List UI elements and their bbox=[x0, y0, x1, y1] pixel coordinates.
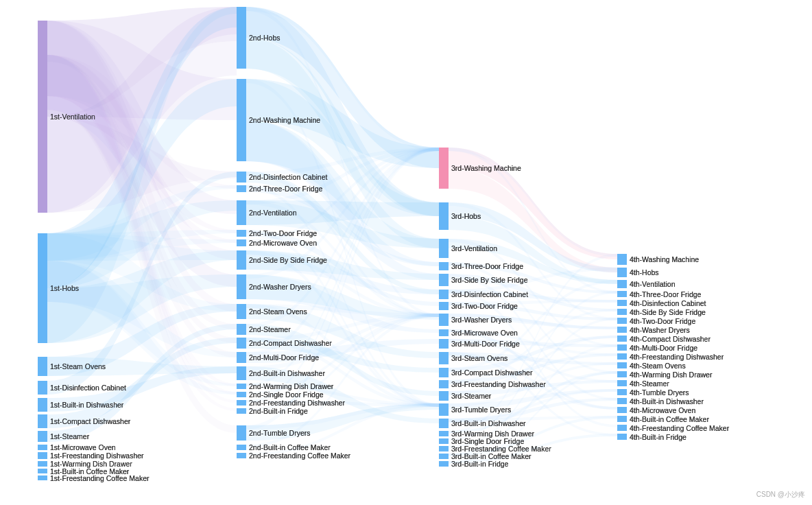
svg-rect-188 bbox=[439, 314, 449, 326]
svg-rect-165 bbox=[237, 230, 246, 237]
svg-text:3rd-Disinfection Cabinet: 3rd-Disinfection Cabinet bbox=[451, 290, 528, 298]
svg-text:4th-Steamer: 4th-Steamer bbox=[630, 379, 669, 388]
svg-rect-176 bbox=[237, 400, 246, 406]
svg-text:2nd-Multi-Door Fridge: 2nd-Multi-Door Fridge bbox=[249, 353, 319, 362]
svg-text:4th-Side By Side Fridge: 4th-Side By Side Fridge bbox=[630, 308, 706, 316]
svg-rect-161 bbox=[237, 79, 246, 161]
svg-rect-185 bbox=[439, 274, 449, 286]
svg-text:2nd-Compact Dishwasher: 2nd-Compact Dishwasher bbox=[249, 339, 332, 347]
svg-rect-206 bbox=[617, 300, 627, 306]
svg-rect-198 bbox=[439, 438, 449, 444]
svg-text:1st-Steam Ovens: 1st-Steam Ovens bbox=[50, 362, 106, 371]
svg-rect-173 bbox=[237, 366, 246, 380]
svg-rect-212 bbox=[617, 353, 627, 360]
svg-text:3rd-Washer Dryers: 3rd-Washer Dryers bbox=[451, 316, 512, 324]
svg-rect-152 bbox=[38, 398, 47, 412]
svg-rect-180 bbox=[237, 453, 246, 458]
svg-text:3rd-Built-in Dishwasher: 3rd-Built-in Dishwasher bbox=[451, 419, 526, 427]
svg-rect-217 bbox=[617, 398, 627, 404]
svg-text:1st-Freestanding Dishwasher: 1st-Freestanding Dishwasher bbox=[50, 451, 144, 460]
svg-rect-153 bbox=[38, 414, 47, 428]
svg-rect-193 bbox=[439, 380, 449, 388]
svg-rect-202 bbox=[617, 254, 627, 265]
svg-text:2nd-Ventilation: 2nd-Ventilation bbox=[249, 209, 297, 217]
svg-text:1st-Ventilation: 1st-Ventilation bbox=[50, 113, 95, 121]
svg-text:4th-Built-in Fridge: 4th-Built-in Fridge bbox=[630, 433, 686, 441]
svg-text:1st-Compact Dishwasher: 1st-Compact Dishwasher bbox=[50, 417, 131, 425]
svg-rect-167 bbox=[237, 250, 246, 270]
svg-rect-192 bbox=[439, 368, 449, 377]
svg-text:4th-Built-in Dishwasher: 4th-Built-in Dishwasher bbox=[630, 397, 704, 406]
svg-rect-157 bbox=[38, 461, 47, 467]
svg-rect-155 bbox=[38, 445, 47, 450]
svg-rect-151 bbox=[38, 381, 47, 395]
svg-text:4th-Multi-Door Fridge: 4th-Multi-Door Fridge bbox=[630, 344, 697, 352]
svg-rect-200 bbox=[439, 454, 449, 459]
svg-text:3rd-Tumble Dryers: 3rd-Tumble Dryers bbox=[451, 406, 511, 414]
svg-text:4th-Washing Machine: 4th-Washing Machine bbox=[630, 255, 699, 263]
svg-rect-163 bbox=[237, 185, 246, 192]
svg-text:3rd-Ventilation: 3rd-Ventilation bbox=[451, 244, 497, 252]
svg-rect-187 bbox=[439, 302, 449, 310]
svg-text:4th-Built-in Coffee Maker: 4th-Built-in Coffee Maker bbox=[630, 415, 709, 423]
svg-rect-168 bbox=[237, 274, 246, 299]
svg-text:3rd-Compact Dishwasher: 3rd-Compact Dishwasher bbox=[451, 368, 533, 377]
svg-text:2nd-Washing Machine: 2nd-Washing Machine bbox=[249, 116, 320, 124]
svg-text:2nd-Disinfection Cabinet: 2nd-Disinfection Cabinet bbox=[249, 173, 327, 181]
svg-rect-182 bbox=[439, 202, 449, 230]
svg-text:2nd-Built-in Fridge: 2nd-Built-in Fridge bbox=[249, 407, 308, 415]
svg-text:2nd-Microwave Oven: 2nd-Microwave Oven bbox=[249, 239, 317, 247]
svg-rect-219 bbox=[617, 416, 627, 422]
svg-text:4th-Freestanding Dishwasher: 4th-Freestanding Dishwasher bbox=[630, 353, 724, 361]
svg-text:2nd-Two-Door Fridge: 2nd-Two-Door Fridge bbox=[249, 229, 317, 237]
svg-text:2nd-Hobs: 2nd-Hobs bbox=[249, 34, 280, 42]
svg-rect-220 bbox=[617, 425, 627, 431]
svg-text:2nd-Built-in Coffee Maker: 2nd-Built-in Coffee Maker bbox=[249, 443, 331, 451]
svg-rect-160 bbox=[237, 7, 246, 69]
svg-text:4th-Steam Ovens: 4th-Steam Ovens bbox=[630, 362, 686, 370]
svg-text:2nd-Tumble Dryers: 2nd-Tumble Dryers bbox=[249, 429, 310, 437]
svg-rect-195 bbox=[439, 403, 449, 416]
svg-text:2nd-Single Door Fridge: 2nd-Single Door Fridge bbox=[249, 390, 324, 399]
svg-rect-183 bbox=[439, 239, 449, 258]
svg-text:3rd-Microwave Oven: 3rd-Microwave Oven bbox=[451, 329, 518, 337]
svg-text:3rd-Side By Side Fridge: 3rd-Side By Side Fridge bbox=[451, 276, 528, 284]
svg-text:4th-Tumble Dryers: 4th-Tumble Dryers bbox=[630, 388, 689, 397]
svg-rect-221 bbox=[617, 434, 627, 440]
svg-text:4th-Two-Door Fridge: 4th-Two-Door Fridge bbox=[630, 317, 695, 325]
svg-rect-204 bbox=[617, 280, 627, 288]
svg-text:1st-Built-in Dishwasher: 1st-Built-in Dishwasher bbox=[50, 401, 124, 409]
svg-rect-207 bbox=[617, 309, 627, 315]
sankey-svg: 1st-Ventilation1st-Hobs1st-Steam Ovens1s… bbox=[0, 0, 812, 505]
svg-rect-149 bbox=[38, 233, 47, 343]
svg-rect-177 bbox=[237, 408, 246, 414]
svg-text:3rd-Steamer: 3rd-Steamer bbox=[451, 392, 492, 400]
svg-rect-159 bbox=[38, 475, 47, 480]
svg-rect-148 bbox=[38, 21, 47, 213]
svg-text:2nd-Steamer: 2nd-Steamer bbox=[249, 325, 291, 333]
svg-rect-175 bbox=[237, 392, 246, 397]
svg-rect-216 bbox=[617, 389, 627, 395]
svg-text:2nd-Built-in Dishwasher: 2nd-Built-in Dishwasher bbox=[249, 369, 325, 377]
svg-rect-172 bbox=[237, 352, 246, 363]
svg-rect-158 bbox=[38, 469, 47, 473]
svg-text:3rd-Multi-Door Fridge: 3rd-Multi-Door Fridge bbox=[451, 340, 520, 348]
svg-text:3rd-Built-in Fridge: 3rd-Built-in Fridge bbox=[451, 460, 509, 468]
svg-rect-178 bbox=[237, 425, 246, 441]
svg-rect-201 bbox=[439, 461, 449, 467]
svg-text:3rd-Two-Door Fridge: 3rd-Two-Door Fridge bbox=[451, 302, 518, 310]
svg-rect-171 bbox=[237, 338, 246, 349]
svg-text:4th-Ventilation: 4th-Ventilation bbox=[630, 280, 676, 288]
svg-text:2nd-Freestanding Dishwasher: 2nd-Freestanding Dishwasher bbox=[249, 399, 346, 407]
svg-rect-154 bbox=[38, 431, 47, 442]
svg-text:4th-Freestanding Coffee Maker: 4th-Freestanding Coffee Maker bbox=[630, 424, 730, 432]
svg-rect-181 bbox=[439, 148, 449, 189]
svg-rect-215 bbox=[617, 380, 627, 386]
svg-text:4th-Compact Dishwasher: 4th-Compact Dishwasher bbox=[630, 335, 710, 343]
svg-text:2nd-Washer Dryers: 2nd-Washer Dryers bbox=[249, 283, 311, 291]
svg-text:4th-Washer Dryers: 4th-Washer Dryers bbox=[630, 326, 690, 334]
svg-text:1st-Microwave Oven: 1st-Microwave Oven bbox=[50, 443, 116, 451]
svg-text:1st-Freestanding Coffee Maker: 1st-Freestanding Coffee Maker bbox=[50, 474, 150, 482]
svg-rect-164 bbox=[237, 200, 246, 225]
svg-rect-169 bbox=[237, 304, 246, 319]
